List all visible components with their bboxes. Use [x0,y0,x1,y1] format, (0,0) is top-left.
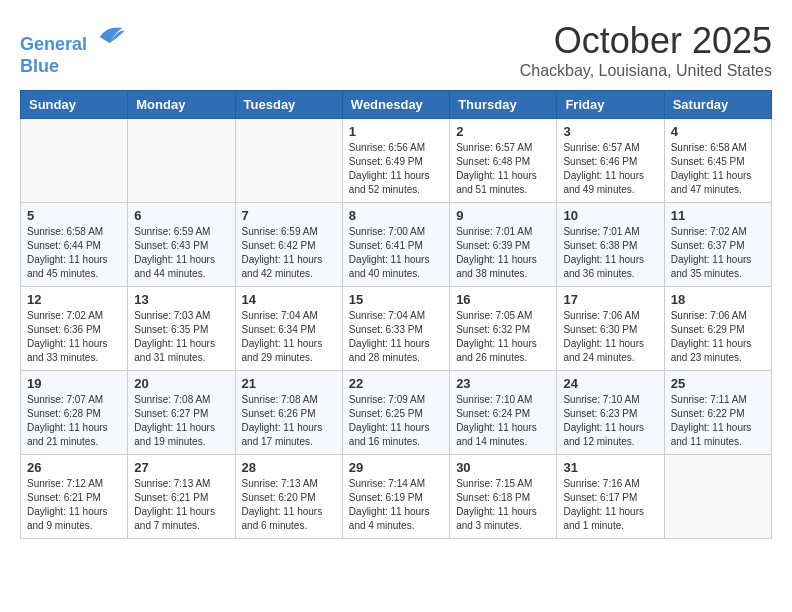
day-info: Sunrise: 7:01 AM Sunset: 6:39 PM Dayligh… [456,225,550,281]
day-number: 20 [134,376,228,391]
day-number: 21 [242,376,336,391]
day-info: Sunrise: 7:06 AM Sunset: 6:29 PM Dayligh… [671,309,765,365]
day-number: 4 [671,124,765,139]
day-number: 19 [27,376,121,391]
calendar-cell: 4Sunrise: 6:58 AM Sunset: 6:45 PM Daylig… [664,119,771,203]
logo-bird-icon [96,20,126,50]
day-info: Sunrise: 7:06 AM Sunset: 6:30 PM Dayligh… [563,309,657,365]
day-info: Sunrise: 7:14 AM Sunset: 6:19 PM Dayligh… [349,477,443,533]
calendar-cell: 15Sunrise: 7:04 AM Sunset: 6:33 PM Dayli… [342,287,449,371]
day-number: 1 [349,124,443,139]
day-number: 31 [563,460,657,475]
day-of-week-header: Tuesday [235,91,342,119]
day-number: 12 [27,292,121,307]
day-info: Sunrise: 6:59 AM Sunset: 6:43 PM Dayligh… [134,225,228,281]
month-title: October 2025 [520,20,772,62]
calendar-week-row: 5Sunrise: 6:58 AM Sunset: 6:44 PM Daylig… [21,203,772,287]
calendar-week-row: 1Sunrise: 6:56 AM Sunset: 6:49 PM Daylig… [21,119,772,203]
day-info: Sunrise: 7:10 AM Sunset: 6:24 PM Dayligh… [456,393,550,449]
day-info: Sunrise: 7:11 AM Sunset: 6:22 PM Dayligh… [671,393,765,449]
calendar-week-row: 19Sunrise: 7:07 AM Sunset: 6:28 PM Dayli… [21,371,772,455]
day-info: Sunrise: 7:12 AM Sunset: 6:21 PM Dayligh… [27,477,121,533]
day-info: Sunrise: 7:13 AM Sunset: 6:20 PM Dayligh… [242,477,336,533]
day-of-week-header: Saturday [664,91,771,119]
day-number: 11 [671,208,765,223]
title-block: October 2025 Chackbay, Louisiana, United… [520,20,772,80]
day-number: 30 [456,460,550,475]
logo: General Blue [20,20,126,77]
calendar-cell [664,455,771,539]
calendar-cell: 18Sunrise: 7:06 AM Sunset: 6:29 PM Dayli… [664,287,771,371]
calendar-cell [235,119,342,203]
calendar-cell: 7Sunrise: 6:59 AM Sunset: 6:42 PM Daylig… [235,203,342,287]
calendar-cell: 12Sunrise: 7:02 AM Sunset: 6:36 PM Dayli… [21,287,128,371]
day-number: 22 [349,376,443,391]
day-of-week-header: Thursday [450,91,557,119]
day-info: Sunrise: 6:59 AM Sunset: 6:42 PM Dayligh… [242,225,336,281]
day-info: Sunrise: 6:58 AM Sunset: 6:45 PM Dayligh… [671,141,765,197]
day-number: 10 [563,208,657,223]
calendar-cell: 26Sunrise: 7:12 AM Sunset: 6:21 PM Dayli… [21,455,128,539]
day-info: Sunrise: 7:05 AM Sunset: 6:32 PM Dayligh… [456,309,550,365]
day-info: Sunrise: 7:03 AM Sunset: 6:35 PM Dayligh… [134,309,228,365]
day-number: 23 [456,376,550,391]
calendar-cell: 11Sunrise: 7:02 AM Sunset: 6:37 PM Dayli… [664,203,771,287]
calendar-cell: 23Sunrise: 7:10 AM Sunset: 6:24 PM Dayli… [450,371,557,455]
day-number: 8 [349,208,443,223]
day-number: 6 [134,208,228,223]
day-number: 17 [563,292,657,307]
day-info: Sunrise: 6:58 AM Sunset: 6:44 PM Dayligh… [27,225,121,281]
day-info: Sunrise: 7:02 AM Sunset: 6:36 PM Dayligh… [27,309,121,365]
day-info: Sunrise: 7:16 AM Sunset: 6:17 PM Dayligh… [563,477,657,533]
calendar-week-row: 26Sunrise: 7:12 AM Sunset: 6:21 PM Dayli… [21,455,772,539]
day-info: Sunrise: 7:10 AM Sunset: 6:23 PM Dayligh… [563,393,657,449]
day-info: Sunrise: 7:00 AM Sunset: 6:41 PM Dayligh… [349,225,443,281]
calendar-header-row: SundayMondayTuesdayWednesdayThursdayFrid… [21,91,772,119]
calendar-cell: 2Sunrise: 6:57 AM Sunset: 6:48 PM Daylig… [450,119,557,203]
calendar-cell: 28Sunrise: 7:13 AM Sunset: 6:20 PM Dayli… [235,455,342,539]
calendar-cell: 13Sunrise: 7:03 AM Sunset: 6:35 PM Dayli… [128,287,235,371]
calendar-cell: 14Sunrise: 7:04 AM Sunset: 6:34 PM Dayli… [235,287,342,371]
day-info: Sunrise: 6:57 AM Sunset: 6:48 PM Dayligh… [456,141,550,197]
logo-general: General [20,34,87,54]
calendar-cell: 16Sunrise: 7:05 AM Sunset: 6:32 PM Dayli… [450,287,557,371]
logo-blue: Blue [20,56,59,76]
calendar-cell: 24Sunrise: 7:10 AM Sunset: 6:23 PM Dayli… [557,371,664,455]
day-info: Sunrise: 7:08 AM Sunset: 6:26 PM Dayligh… [242,393,336,449]
day-of-week-header: Monday [128,91,235,119]
calendar-cell: 10Sunrise: 7:01 AM Sunset: 6:38 PM Dayli… [557,203,664,287]
calendar-table: SundayMondayTuesdayWednesdayThursdayFrid… [20,90,772,539]
page-header: General Blue October 2025 Chackbay, Loui… [20,20,772,80]
day-number: 13 [134,292,228,307]
day-number: 24 [563,376,657,391]
calendar-cell: 19Sunrise: 7:07 AM Sunset: 6:28 PM Dayli… [21,371,128,455]
day-info: Sunrise: 6:56 AM Sunset: 6:49 PM Dayligh… [349,141,443,197]
calendar-week-row: 12Sunrise: 7:02 AM Sunset: 6:36 PM Dayli… [21,287,772,371]
calendar-cell: 31Sunrise: 7:16 AM Sunset: 6:17 PM Dayli… [557,455,664,539]
day-number: 29 [349,460,443,475]
day-number: 5 [27,208,121,223]
day-of-week-header: Friday [557,91,664,119]
calendar-cell: 5Sunrise: 6:58 AM Sunset: 6:44 PM Daylig… [21,203,128,287]
day-number: 9 [456,208,550,223]
calendar-cell: 6Sunrise: 6:59 AM Sunset: 6:43 PM Daylig… [128,203,235,287]
day-info: Sunrise: 7:09 AM Sunset: 6:25 PM Dayligh… [349,393,443,449]
day-number: 7 [242,208,336,223]
calendar-cell: 22Sunrise: 7:09 AM Sunset: 6:25 PM Dayli… [342,371,449,455]
day-number: 25 [671,376,765,391]
calendar-cell: 20Sunrise: 7:08 AM Sunset: 6:27 PM Dayli… [128,371,235,455]
calendar-cell: 9Sunrise: 7:01 AM Sunset: 6:39 PM Daylig… [450,203,557,287]
day-of-week-header: Wednesday [342,91,449,119]
calendar-cell [128,119,235,203]
day-number: 15 [349,292,443,307]
day-number: 27 [134,460,228,475]
day-number: 2 [456,124,550,139]
calendar-cell [21,119,128,203]
day-info: Sunrise: 7:01 AM Sunset: 6:38 PM Dayligh… [563,225,657,281]
day-info: Sunrise: 7:08 AM Sunset: 6:27 PM Dayligh… [134,393,228,449]
calendar-cell: 1Sunrise: 6:56 AM Sunset: 6:49 PM Daylig… [342,119,449,203]
calendar-cell: 29Sunrise: 7:14 AM Sunset: 6:19 PM Dayli… [342,455,449,539]
calendar-cell: 8Sunrise: 7:00 AM Sunset: 6:41 PM Daylig… [342,203,449,287]
calendar-cell: 3Sunrise: 6:57 AM Sunset: 6:46 PM Daylig… [557,119,664,203]
calendar-cell: 21Sunrise: 7:08 AM Sunset: 6:26 PM Dayli… [235,371,342,455]
